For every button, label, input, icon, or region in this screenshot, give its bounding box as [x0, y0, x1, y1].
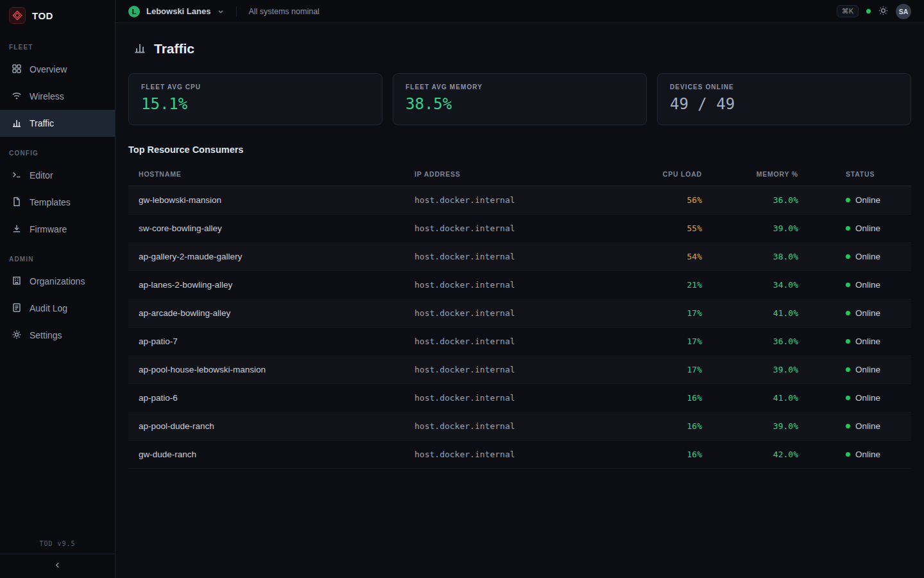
status-label: Online — [855, 393, 880, 403]
sidebar-item-traffic[interactable]: Traffic — [0, 110, 115, 137]
chevron-left-icon — [53, 561, 62, 572]
memory-cell: 38.0% — [712, 243, 809, 271]
status-cell: Online — [809, 441, 911, 469]
memory-cell: 36.0% — [712, 328, 809, 356]
stat-value: 38.5% — [406, 95, 634, 113]
status-label: Online — [855, 421, 880, 431]
table-row[interactable]: ap-pool-house-lebowski-mansion host.dock… — [128, 356, 911, 384]
document-icon — [12, 302, 22, 315]
ip-cell: host.docker.internal — [404, 243, 616, 271]
org-switcher[interactable]: Lebowski Lanes — [146, 6, 210, 16]
table-row[interactable]: gw-lebowski-mansion host.docker.internal… — [128, 186, 911, 215]
sidebar-item-label: Settings — [30, 330, 62, 340]
online-dot-icon — [846, 424, 850, 428]
sidebar: TOD FLEET Overview Wireless Traffic CONF… — [0, 0, 116, 578]
theme-toggle-button[interactable] — [878, 6, 888, 17]
divider — [236, 6, 237, 17]
table-row[interactable]: ap-pool-dude-ranch host.docker.internal … — [128, 412, 911, 441]
table-row[interactable]: ap-patio-7 host.docker.internal 17% 36.0… — [128, 328, 911, 356]
cpu-cell: 17% — [616, 328, 712, 356]
section-label-fleet: FLEET — [0, 31, 115, 56]
status-cell: Online — [809, 243, 911, 271]
app-logo: TOD — [0, 0, 115, 31]
sidebar-item-wireless[interactable]: Wireless — [0, 83, 115, 110]
hostname-cell: ap-arcade-bowling-alley — [128, 299, 404, 328]
sidebar-collapse-button[interactable] — [0, 554, 115, 578]
sidebar-item-label: Wireless — [30, 91, 64, 101]
cpu-cell: 16% — [616, 412, 712, 441]
top-resource-consumers-table: HOSTNAME IP ADDRESS CPU LOAD MEMORY % ST… — [128, 162, 911, 469]
sidebar-item-firmware[interactable]: Firmware — [0, 216, 115, 243]
sidebar-item-editor[interactable]: Editor — [0, 162, 115, 189]
ip-cell: host.docker.internal — [404, 328, 616, 356]
section-label-config: CONFIG — [0, 137, 115, 162]
online-dot-icon — [846, 198, 850, 202]
table-row[interactable]: ap-patio-6 host.docker.internal 16% 41.0… — [128, 384, 911, 412]
main-content: Traffic FLEET AVG CPU 15.1% FLEET AVG ME… — [116, 23, 924, 578]
hostname-cell: ap-pool-dude-ranch — [128, 412, 404, 441]
status-cell: Online — [809, 299, 911, 328]
ip-cell: host.docker.internal — [404, 186, 616, 215]
status-label: Online — [855, 308, 880, 318]
stat-card-fleet-avg-cpu: FLEET AVG CPU 15.1% — [128, 73, 382, 125]
ip-cell: host.docker.internal — [404, 215, 616, 243]
table-row[interactable]: sw-core-bowling-alley host.docker.intern… — [128, 215, 911, 243]
memory-cell: 39.0% — [712, 215, 809, 243]
col-status: STATUS — [809, 162, 911, 186]
table-row[interactable]: ap-lanes-2-bowling-alley host.docker.int… — [128, 271, 911, 299]
sidebar-item-label: Templates — [30, 197, 71, 207]
top-header: L Lebowski Lanes All systems nominal ⌘K … — [116, 0, 924, 23]
table-row[interactable]: ap-gallery-2-maude-gallery host.docker.i… — [128, 243, 911, 271]
col-cpu-load: CPU LOAD — [616, 162, 712, 186]
cpu-cell: 16% — [616, 384, 712, 412]
online-dot-icon — [846, 396, 850, 400]
hostname-cell: ap-gallery-2-maude-gallery — [128, 243, 404, 271]
stat-label: FLEET AVG MEMORY — [406, 83, 634, 91]
wifi-icon — [12, 91, 22, 103]
hostname-cell: gw-lebowski-mansion — [128, 186, 404, 215]
stat-value: 15.1% — [141, 95, 370, 113]
sidebar-item-label: Firmware — [30, 224, 67, 234]
sidebar-item-label: Traffic — [30, 118, 54, 128]
status-label: Online — [855, 365, 880, 374]
sidebar-item-audit-log[interactable]: Audit Log — [0, 295, 115, 322]
stat-value: 49 / 49 — [670, 95, 898, 113]
sidebar-item-overview[interactable]: Overview — [0, 56, 115, 83]
stat-label: DEVICES ONLINE — [670, 83, 898, 91]
sidebar-item-templates[interactable]: Templates — [0, 189, 115, 216]
hostname-cell: ap-patio-7 — [128, 328, 404, 356]
file-icon — [12, 197, 22, 209]
sidebar-item-organizations[interactable]: Organizations — [0, 268, 115, 295]
stat-card-devices-online: DEVICES ONLINE 49 / 49 — [657, 73, 911, 125]
hostname-cell: ap-lanes-2-bowling-alley — [128, 271, 404, 299]
online-dot-icon — [846, 452, 850, 457]
sidebar-item-settings[interactable]: Settings — [0, 322, 115, 349]
cpu-cell: 56% — [616, 186, 712, 215]
ip-cell: host.docker.internal — [404, 441, 616, 469]
command-palette-shortcut[interactable]: ⌘K — [837, 5, 859, 17]
memory-cell: 41.0% — [712, 384, 809, 412]
chevron-down-icon[interactable] — [217, 8, 225, 15]
ip-cell: host.docker.internal — [404, 356, 616, 384]
table-row[interactable]: ap-arcade-bowling-alley host.docker.inte… — [128, 299, 911, 328]
bar-chart-icon — [12, 118, 22, 130]
cpu-cell: 55% — [616, 215, 712, 243]
status-cell: Online — [809, 356, 911, 384]
hostname-cell: gw-dude-ranch — [128, 441, 404, 469]
online-dot-icon — [846, 283, 850, 287]
grid-icon — [12, 64, 22, 76]
col-ip-address: IP ADDRESS — [404, 162, 616, 186]
cpu-cell: 21% — [616, 271, 712, 299]
user-avatar[interactable]: SA — [896, 4, 911, 19]
cpu-cell: 16% — [616, 441, 712, 469]
stat-label: FLEET AVG CPU — [141, 83, 370, 91]
page-title: Traffic — [154, 41, 194, 57]
status-label: Online — [855, 337, 880, 346]
table-row[interactable]: gw-dude-ranch host.docker.internal 16% 4… — [128, 441, 911, 469]
status-label: Online — [855, 223, 880, 233]
ip-cell: host.docker.internal — [404, 384, 616, 412]
status-label: Online — [855, 280, 880, 290]
cpu-cell: 54% — [616, 243, 712, 271]
stat-cards: FLEET AVG CPU 15.1% FLEET AVG MEMORY 38.… — [128, 73, 911, 125]
online-dot-icon — [846, 367, 850, 372]
